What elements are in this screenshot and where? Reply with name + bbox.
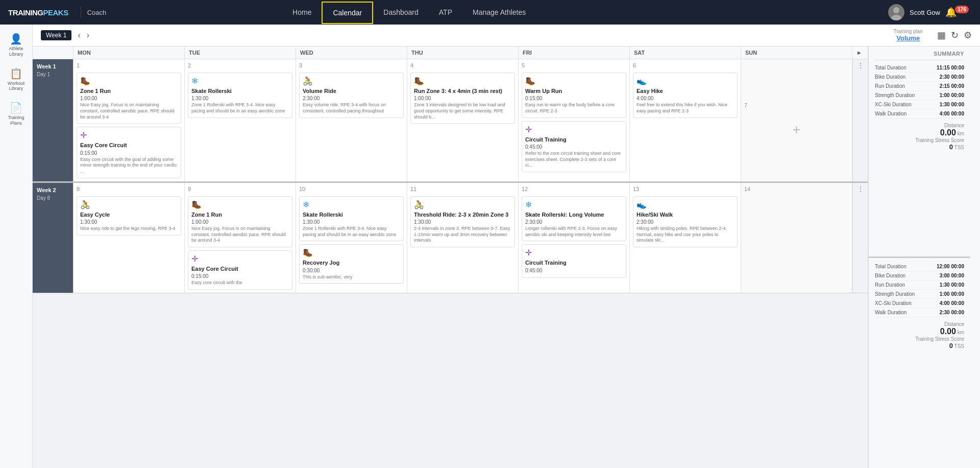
workout-card[interactable]: ✛ Circuit Training 0:45:00 Refer to the … [522,121,626,172]
workout-card[interactable]: 🚴 Easy Cycle 1:30:00 Nice easy ride to g… [77,196,181,236]
day-header-sun: SUN [741,46,852,59]
summary-row-strength: Strength Duration 1:00 00:00 [875,290,964,299]
summary-distance-w2: Distance 0.00 km [875,321,964,336]
prev-week-button[interactable]: ‹ [78,31,80,40]
workout-desc: Longer rollerski with RPE 2-3. Focus on … [525,226,623,238]
nav-home[interactable]: Home [282,0,322,25]
workout-card[interactable]: 🚴 Volume Ride 2:30:00 Easy volume ride. … [299,73,404,118]
summary-value: 3:00 00:00 [940,273,964,278]
summary-label: XC-Ski Duration [875,300,912,306]
strength-icon: ✛ [525,125,623,134]
calendar-header: Week 1 ‹ › Training plan Volume ▦ ↻ ⚙ [33,25,980,46]
sidebar-label-athlete: Athlete Library [4,46,29,57]
logo-text: TRAININGPEAKS [8,8,68,17]
tss-value: 0 [949,143,953,151]
nav-calendar[interactable]: Calendar [322,2,373,24]
workout-card[interactable]: ❄ Skate Rollerski: Long Volume 2:30:00 L… [522,196,626,242]
workout-name: Hike/Ski Walk [636,211,734,218]
summary-value: 2:30 00:00 [940,74,964,80]
week1-thu-num: 4 [410,62,515,68]
workout-card[interactable]: 🥾 Run Zone 3: 4 x 4min (3 min rest) 1:00… [410,73,515,124]
week1-label: Week 1 [37,63,69,69]
workout-card[interactable]: 👟 Easy Hike 4:00:00 Feel free to extend … [633,73,738,118]
summary-title: SUMMARY [875,51,964,60]
week1-sun-cell[interactable]: 7 + [741,59,852,181]
workout-card[interactable]: 🥾 Zone 1 Run 1:00:00 Nice Easy jog. Focu… [188,196,292,247]
week1-summary: SUMMARY Total Duration 11:15 00:00 Bike … [868,46,970,256]
summary-row-bike: Bike Duration 2:30 00:00 [875,73,964,82]
summary-row-strength: Strength Duration 1:00 00:00 [875,91,964,100]
sidebar-label-training: Training Plans [4,115,29,126]
avatar[interactable] [888,4,904,20]
week2-menu-dots[interactable]: ⋮ [852,183,868,293]
calendar-view-icon[interactable]: ▦ [937,30,946,41]
summary-value: 12:00 00:00 [937,264,964,269]
workout-card[interactable]: 👟 Hike/Ski Walk 2:30:00 Hiking with stri… [633,196,738,247]
run-icon: 🥾 [303,248,400,258]
tss-unit: TSS [954,343,964,349]
summary-row-run: Run Duration 1:30 00:00 [875,280,964,290]
workout-card[interactable]: ❄ Skate Rollerski 1:30:00 Zone 1 Rollers… [188,73,292,118]
workout-card[interactable]: ✛ Easy Core Circuit 0:15:00 Easy core ci… [77,127,181,178]
summary-distance: Distance 0.00 km [875,123,964,137]
sidebar-label-workout: Workout Library [4,81,29,92]
workout-card[interactable]: 🥾 Zone 1 Run 1:00:00 Nice Easy jog. Focu… [77,73,181,124]
workout-desc: Easy core circuit with the [191,280,289,286]
day-header-tue: TUE [185,46,296,59]
training-plan-name[interactable]: Volume [894,34,923,42]
week2-sun-cell: 14 [741,183,852,293]
week2-tue-cell: 9 🥾 Zone 1 Run 1:00:00 Nice Easy jog. Fo… [185,183,296,293]
summary-label: Total Duration [875,264,906,269]
summary-value: 1:30 00:00 [940,102,964,107]
week1-menu-dots[interactable]: ⋮ [852,59,868,181]
workout-desc: This is sub-aerobic, very [303,274,400,280]
summary-row-total: Total Duration 12:00 00:00 [875,262,964,271]
refresh-icon[interactable]: ↻ [951,30,959,41]
sidebar-item-athlete-library[interactable]: 👤 Athlete Library [2,29,31,61]
workout-name: Skate Rollerski [191,87,289,95]
workout-card[interactable]: 🚴 Threshold Ride: 2-3 x 20min Zone 3 1:3… [410,196,515,247]
top-nav: TRAININGPEAKS Coach Home Calendar Dashbo… [0,0,980,25]
week2-thu-num: 11 [410,186,515,192]
athlete-library-icon: 👤 [10,33,22,45]
settings-icon[interactable]: ⚙ [964,30,972,41]
summary-label: Walk Duration [875,111,906,116]
nav-links: Home Calendar Dashboard ATP Manage Athle… [282,0,536,25]
calendar-area: MON TUE WED THU FRI SAT SUN ► Week 1 Day… [33,46,980,468]
week2-sat-num: 13 [633,186,738,192]
user-name: Scott Gow [910,9,940,16]
bike-icon: 🚴 [303,76,400,86]
week2-thu-cell: 11 🚴 Threshold Ride: 2-3 x 20min Zone 3 … [407,183,519,293]
workout-duration: 0:15:00 [191,273,289,279]
workout-desc: Nice Easy jog. Focus is on maintaining c… [80,102,178,120]
nav-dashboard[interactable]: Dashboard [373,0,429,25]
workout-card[interactable]: ✛ Circuit Training 0:45:00 [522,244,626,277]
sidebar-item-training-plans[interactable]: 📄 Training Plans [2,98,31,130]
week2-mon-num: 8 [77,186,181,192]
logo[interactable]: TRAININGPEAKS [8,8,68,17]
week2-label-cell: Week 2 Day 8 [33,183,74,293]
workout-name: Threshold Ride: 2-3 x 20min Zone 3 [414,211,511,218]
week1-thu-cell: 4 🥾 Run Zone 3: 4 x 4min (3 min rest) 1:… [407,59,519,181]
summary-value: 2:15 00:00 [940,83,964,89]
week1-sun-num: 7 [744,102,747,108]
workout-card[interactable]: 🥾 Recovery Jog 0:30:00 This is sub-aerob… [299,244,404,284]
workout-card[interactable]: ✛ Easy Core Circuit 0:15:00 Easy core ci… [188,250,292,290]
week-col-header [33,46,74,59]
nav-manage-athletes[interactable]: Manage Athletes [462,0,536,25]
next-week-button[interactable]: › [87,31,89,40]
summary-row-run: Run Duration 2:15 00:00 [875,82,964,91]
sidebar-item-workout-library[interactable]: 📋 Workout Library [2,63,31,96]
run-icon: 🥾 [414,76,511,86]
snow-icon: ❄ [525,200,623,209]
workout-name: Circuit Training [525,136,623,143]
workout-duration: 1:00:00 [191,219,289,225]
week1-wed-cell: 3 🚴 Volume Ride 2:30:00 Easy volume ride… [296,59,407,181]
notification-area[interactable]: 🔔 176 [945,7,972,18]
workout-card[interactable]: ❄ Skate Rollerski 1:30:00 Zone 1 Rollers… [299,196,404,242]
nav-atp[interactable]: ATP [429,0,462,25]
add-workout-icon[interactable]: + [792,122,800,138]
hike-icon: 👟 [636,200,734,209]
summary-row-walk: Walk Duration 2:30 00:00 [875,308,964,317]
workout-card[interactable]: 🥾 Warm Up Run 0:15:00 Easy run to warm u… [522,73,626,118]
